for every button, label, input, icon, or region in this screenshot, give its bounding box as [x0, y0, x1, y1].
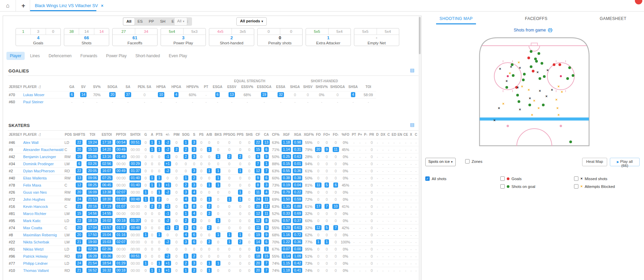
column-header-shs[interactable]: SHS [245, 131, 254, 139]
column-header-ce[interactable]: CE [403, 131, 408, 139]
column-header-hpsa[interactable]: HPSA [153, 83, 169, 91]
column-header-d[interactable]: D [375, 131, 380, 139]
player-link[interactable]: John Hughes [23, 197, 45, 201]
player-link[interactable]: Dylan MacPherson [23, 169, 54, 173]
shot-marker-miss[interactable]: × [494, 119, 496, 122]
shot-marker-sog[interactable] [518, 100, 520, 103]
view-tab-power-play[interactable]: Power Play [103, 52, 130, 60]
column-header-sog[interactable]: SOG [181, 131, 191, 139]
column-header-toi[interactable]: TOI [360, 83, 376, 91]
player-link[interactable]: Thomas Vallant [23, 268, 49, 273]
column-header-pps[interactable]: PPS [236, 131, 245, 139]
column-header-pptoi[interactable]: PPTOI [114, 131, 128, 139]
shot-marker-block[interactable]: × [533, 99, 535, 102]
player-link[interactable]: Lukas Moser [23, 93, 44, 97]
shot-marker-miss[interactable]: × [506, 79, 508, 83]
shot-marker-block[interactable]: × [557, 113, 559, 116]
column-header-+/-[interactable]: +/- [163, 131, 172, 139]
shot-marker-miss[interactable]: × [529, 96, 531, 100]
new-tab-button[interactable]: + [20, 2, 27, 10]
column-header-player[interactable]: PLAYER↓AZ [22, 83, 66, 91]
column-header-toi[interactable]: TOI [85, 131, 99, 139]
column-header-essv[interactable]: ESSV [224, 83, 239, 91]
player-link[interactable]: Maximilian Rebernig [23, 233, 57, 237]
column-header-hpsv%[interactable]: HPSV% [184, 83, 201, 91]
legend-shots-on-goal-checkbox[interactable] [500, 184, 505, 189]
player-link[interactable]: Guus van Nes [23, 190, 47, 194]
player-link[interactable]: Dominik Prodinger [23, 162, 53, 166]
column-header-%fo[interactable]: %FO [340, 131, 351, 139]
column-settings-icon[interactable]: ▤ [410, 122, 414, 127]
tab-gamesheet[interactable]: GAMESHEET [598, 14, 628, 24]
shot-marker-miss[interactable]: × [499, 67, 501, 70]
shot-marker-miss[interactable]: × [498, 106, 500, 110]
shot-marker-block[interactable]: × [528, 88, 530, 91]
player-link[interactable]: Benjamin Lanzinger [23, 155, 56, 159]
player-link[interactable]: Alex Wall [23, 141, 38, 145]
shot-marker-sog[interactable] [535, 60, 538, 63]
shot-marker-miss[interactable]: × [536, 70, 539, 74]
tab-close-icon[interactable]: × [101, 3, 103, 8]
legend-missed-shots-checkbox[interactable] [574, 176, 578, 181]
shot-marker-block[interactable]: × [557, 85, 559, 88]
column-header-shga[interactable]: SHGA [288, 83, 301, 91]
periods-dropdown[interactable]: All periods▾ [236, 17, 267, 26]
player-link[interactable]: Marco Richter [23, 212, 46, 216]
column-header-shtoi[interactable]: SHTOI [128, 131, 142, 139]
shot-marker-miss[interactable]: × [519, 108, 521, 111]
column-header-shsv[interactable]: SHSV [301, 83, 314, 91]
shot-marker-miss[interactable]: × [539, 89, 541, 92]
view-tab-lines[interactable]: Lines [27, 52, 43, 60]
column-header-pos[interactable]: POS [64, 131, 73, 139]
column-header-dx[interactable]: DX [380, 131, 386, 139]
shot-marker-sog[interactable] [539, 77, 541, 80]
shot-marker-sog[interactable] [530, 50, 532, 53]
column-header-pts[interactable]: PTS [155, 131, 163, 139]
player-link[interactable]: Paul Steiner [23, 100, 43, 104]
column-header-g[interactable]: G [142, 131, 149, 139]
player-link[interactable]: Alexander Rauchenwald [23, 148, 63, 152]
column-header-essoga[interactable]: ESSOGA [255, 83, 273, 91]
player-link[interactable]: Felix Maxa [23, 183, 41, 187]
column-header-essv%[interactable]: ESSV% [239, 83, 255, 91]
player-link[interactable]: Nikita Scherbak [23, 240, 49, 244]
shot-marker-sog[interactable] [542, 104, 545, 106]
column-header-essa[interactable]: ESSA [273, 83, 288, 91]
column-header-ps[interactable]: PS [198, 131, 205, 139]
column-header-a[interactable]: A [149, 131, 155, 139]
vertical-scrollbar[interactable] [419, 16, 421, 280]
shot-marker-sog[interactable] [505, 86, 508, 89]
column-header-s[interactable]: S [191, 131, 198, 139]
legend-attempts-blocked-checkbox[interactable] [574, 184, 578, 189]
all-shots-checkbox[interactable]: ✓ [425, 176, 430, 181]
column-header-c[interactable]: C [413, 131, 419, 139]
shot-marker-sog[interactable] [516, 94, 519, 96]
column-header-bks[interactable]: BKS [213, 131, 223, 139]
column-header-xgf%[interactable]: XGF% [303, 131, 314, 139]
column-header-pr[interactable]: PR [368, 131, 375, 139]
shot-marker-block[interactable]: × [555, 98, 557, 101]
shot-marker-sog[interactable] [569, 141, 572, 143]
player-link[interactable]: Elias Wallenta [23, 176, 46, 180]
column-header-ca[interactable]: CA [262, 131, 270, 139]
column-header-x[interactable]: X [409, 131, 413, 139]
column-header-shsoga[interactable]: SHSOGA [329, 83, 346, 91]
column-header-sa[interactable]: SA [120, 83, 136, 91]
tab-shooting-map[interactable]: SHOOTING MAP [438, 14, 474, 24]
zones-checkbox[interactable] [465, 159, 470, 164]
player-link[interactable]: Max Coatta [23, 226, 42, 230]
shot-marker-goal[interactable] [527, 57, 530, 59]
view-tab-defencemen[interactable]: Defencemen [45, 52, 75, 60]
column-header-shifts[interactable]: SHIFTS [73, 131, 85, 139]
play-all-button[interactable]: ▶Play all (66) [610, 158, 640, 166]
shot-marker-goal[interactable] [553, 63, 555, 66]
shot-marker-sog[interactable] [566, 77, 569, 80]
shot-marker-goal[interactable] [558, 63, 561, 66]
shot-marker-miss[interactable]: × [517, 86, 519, 89]
shot-marker-miss[interactable]: × [545, 94, 547, 98]
game-tab[interactable]: Black Wings Linz VS Villacher SV × [30, 0, 108, 11]
team-filter-dropdown[interactable]: All▾ [174, 17, 187, 26]
filter-option-all[interactable]: All [123, 18, 135, 25]
column-header-ga[interactable]: GA [66, 83, 77, 91]
view-tab-even-play[interactable]: Even Play [165, 52, 190, 60]
